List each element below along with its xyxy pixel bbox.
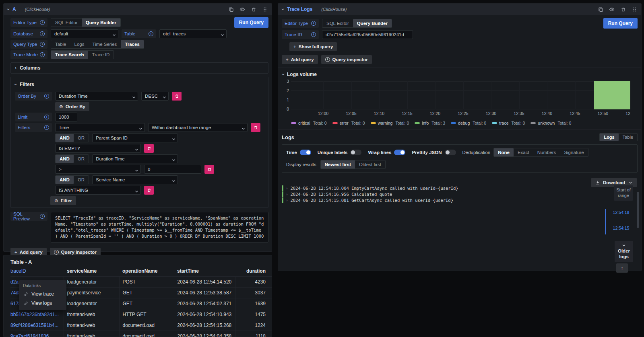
time-filter-operator-select[interactable]: Within dashboard time range	[148, 123, 248, 132]
info-icon[interactable]: i	[44, 125, 49, 130]
filter-field-select[interactable]: Service Name	[92, 175, 178, 184]
view-trace-link[interactable]: View trace	[23, 291, 62, 297]
filters-section-toggle[interactable]: › Filters	[15, 80, 264, 88]
filter-operator-select[interactable]: >	[55, 165, 141, 174]
trace-mode-option-id[interactable]: Trace ID	[88, 51, 114, 59]
editor-type-option-builder[interactable]: Query Builder	[353, 19, 392, 27]
run-query-button[interactable]: Run Query	[603, 18, 638, 29]
legend-item-error[interactable]: errorTotal: 0	[332, 121, 365, 125]
info-icon[interactable]: i	[40, 20, 45, 25]
drag-grip-icon[interactable]	[262, 6, 268, 12]
trace-mode-option-search[interactable]: Trace Search	[51, 51, 88, 59]
trace-id-input[interactable]: d2a7155ef6a928a05680e5ff6190241d	[322, 30, 413, 39]
query-type-option-logs[interactable]: Logs	[70, 40, 89, 48]
bool-or-option[interactable]: OR	[74, 134, 89, 142]
eye-icon[interactable]	[609, 6, 615, 12]
run-query-button[interactable]: Run Query	[234, 17, 268, 28]
limit-input[interactable]: 1000	[55, 113, 77, 121]
table-select[interactable]: otel_traces	[159, 29, 227, 38]
bool-and-option[interactable]: AND	[56, 134, 74, 142]
collapse-chevron-icon[interactable]: ›	[6, 8, 11, 10]
remove-filter-button[interactable]	[144, 186, 154, 195]
bool-and-option[interactable]: AND	[56, 155, 74, 163]
info-icon[interactable]: i	[44, 115, 49, 119]
column-header-starttime[interactable]: startTime	[174, 266, 235, 277]
remove-filter-button[interactable]	[204, 165, 214, 174]
remove-time-filter-button[interactable]	[251, 123, 260, 132]
editor-type-option-sql[interactable]: SQL Editor	[51, 18, 82, 27]
query-type-option-table[interactable]: Table	[51, 40, 70, 48]
toggle-switch[interactable]	[394, 150, 405, 155]
column-header-traceid[interactable]: traceID	[10, 266, 64, 277]
columns-section-toggle[interactable]: › Columns	[15, 63, 264, 73]
legend-item-critical[interactable]: criticalTotal: 0	[291, 121, 327, 125]
legend-item-warning[interactable]: warningTotal: 0	[371, 121, 409, 125]
trace-id-link[interactable]: bb5167b236bfa82d1...	[10, 309, 64, 320]
add-filter-button[interactable]: ⊕Filter	[50, 196, 76, 205]
expand-chevron-icon[interactable]: ›	[286, 186, 288, 190]
info-icon[interactable]: i	[40, 214, 45, 219]
column-header-servicename[interactable]: serviceName	[64, 266, 119, 277]
trace-id-link[interactable]: 9ce7acf61941836...	[10, 331, 64, 337]
legend-item-trace[interactable]: traceTotal: 0	[492, 121, 525, 125]
logs-view-option-table[interactable]: Table	[619, 134, 637, 141]
remove-filter-button[interactable]	[144, 144, 154, 153]
toggle-switch[interactable]	[350, 150, 361, 155]
logs-volume-toggle[interactable]: › Logs volume	[283, 72, 638, 77]
info-icon[interactable]: i	[149, 31, 153, 36]
eye-icon[interactable]	[239, 6, 245, 12]
add-query-button[interactable]: +Add query	[282, 55, 318, 64]
trash-icon[interactable]	[620, 6, 626, 12]
log-range-indicator[interactable]: 12:54:18 — 12:54:15	[608, 210, 634, 230]
order-by-direction-select[interactable]: DESC	[141, 92, 169, 101]
display-oldest-first[interactable]: Oldest first	[355, 160, 385, 168]
info-icon[interactable]: i	[40, 31, 45, 36]
collapse-chevron-icon[interactable]: ›	[281, 8, 285, 10]
info-icon[interactable]: i	[311, 32, 316, 37]
query-type-option-traces[interactable]: Traces	[121, 40, 143, 48]
dedup-option-numbers[interactable]: Numbers	[533, 148, 560, 156]
editor-type-option-builder[interactable]: Query Builder	[82, 18, 120, 27]
info-log-volume-bar[interactable]	[594, 81, 630, 109]
filter-operator-select[interactable]: IS EMPTY	[55, 144, 141, 153]
log-row[interactable]: ›2024-06-28 12:54:18.004 EmptyCartAsync …	[282, 185, 597, 191]
filter-field-select[interactable]: Duration Time	[92, 154, 178, 163]
info-icon[interactable]: i	[44, 94, 49, 99]
query-type-option-timeseries[interactable]: Time Series	[88, 40, 121, 48]
query-inspector-button[interactable]: iQuery inspector	[321, 55, 372, 64]
bool-and-option[interactable]: AND	[56, 176, 74, 184]
log-row[interactable]: ›2024-06-28 12:54:15.081 GetCartAsync ca…	[282, 197, 597, 203]
dedup-option-none[interactable]: None	[494, 148, 514, 156]
dedup-option-signature[interactable]: Signature	[560, 148, 588, 156]
info-icon[interactable]: i	[40, 42, 45, 47]
trash-icon[interactable]	[251, 6, 256, 12]
filter-operator-select[interactable]: IS ANYTHING	[55, 186, 141, 195]
older-logs-button[interactable]: Older logs	[615, 241, 633, 262]
expand-chevron-icon[interactable]: ›	[286, 192, 288, 196]
toggle-switch[interactable]	[300, 150, 311, 155]
duplicate-icon[interactable]	[228, 6, 234, 12]
database-select[interactable]: default	[51, 29, 118, 38]
info-icon[interactable]: i	[40, 52, 45, 57]
order-by-field-select[interactable]: Duration Time	[55, 92, 138, 101]
display-newest-first[interactable]: Newest first	[321, 160, 355, 168]
logs-view-option-logs[interactable]: Logs	[600, 134, 618, 141]
logs-scrollbar[interactable]	[637, 192, 639, 228]
toggle-switch[interactable]	[445, 150, 456, 155]
editor-type-option-sql[interactable]: SQL Editor	[322, 19, 353, 27]
view-logs-link[interactable]: View logs	[23, 300, 62, 306]
log-row[interactable]: ›2024-06-28 12:54:16.956 Calculated quot…	[282, 191, 597, 197]
legend-item-debug[interactable]: debugTotal: 0	[451, 121, 486, 125]
column-header-operationname[interactable]: operationName	[119, 266, 174, 277]
filter-field-select[interactable]: Parent Span ID	[92, 134, 178, 142]
info-icon[interactable]: i	[311, 21, 316, 26]
scroll-to-top-button[interactable]: ↑	[616, 263, 628, 273]
add-order-by-button[interactable]: ⊕Order By	[55, 102, 89, 111]
drag-grip-icon[interactable]	[632, 6, 637, 12]
legend-item-info[interactable]: infoTotal: 3	[415, 121, 445, 125]
remove-order-by-button[interactable]	[172, 92, 182, 101]
show-full-query-button[interactable]: +Show full query	[289, 42, 337, 51]
duplicate-icon[interactable]	[598, 6, 603, 12]
column-header-duration[interactable]: duration	[235, 266, 272, 277]
filter-value-input[interactable]: 0	[144, 165, 201, 174]
